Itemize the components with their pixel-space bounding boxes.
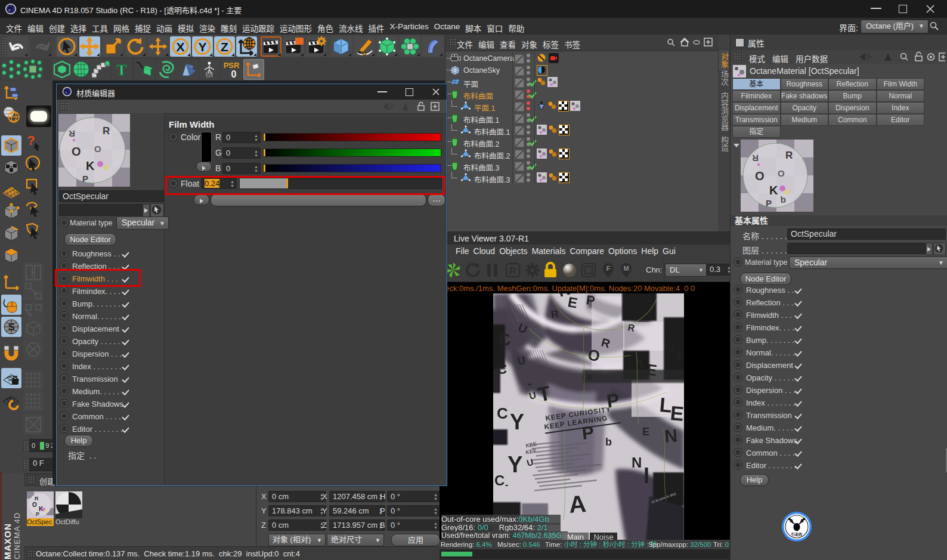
- svg-text:R: R: [35, 496, 39, 502]
- svg-text:0: 0: [231, 69, 237, 79]
- svg-text:PSR: PSR: [224, 61, 240, 70]
- svg-text:T: T: [116, 61, 126, 79]
- svg-text:F: F: [606, 265, 611, 272]
- svg-text:P: P: [36, 511, 39, 517]
- svg-text:R: R: [509, 266, 516, 276]
- svg-text:行走的: 行走的: [791, 532, 802, 537]
- svg-text:Y: Y: [198, 40, 206, 54]
- svg-text:fx: fx: [206, 70, 213, 79]
- svg-text:?: ?: [27, 133, 35, 148]
- svg-text:X: X: [176, 40, 184, 54]
- svg-text:M: M: [623, 265, 629, 272]
- svg-text:Z: Z: [221, 40, 228, 54]
- svg-text:O: O: [32, 502, 37, 508]
- svg-text:S: S: [8, 322, 15, 332]
